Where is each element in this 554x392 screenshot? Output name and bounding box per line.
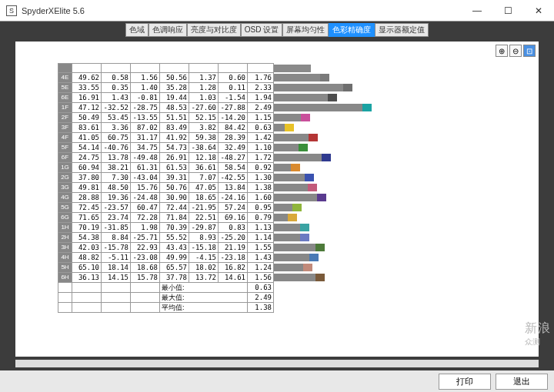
row-label: 3G <box>58 183 72 193</box>
color-swatch <box>285 124 294 131</box>
row-label: 6E <box>58 93 72 103</box>
table-row: 4H48.82-5.11-23.0849.99-4.15-23.181.43 <box>58 253 428 263</box>
summary-row: 最小值:0.63 <box>58 283 428 293</box>
data-table-wrap: 4E49.620.581.5650.561.370.601.765E33.550… <box>58 63 489 313</box>
row-label: 5G <box>58 203 72 213</box>
titlebar: S SpyderXElite 5.6 — ☐ ✕ <box>0 0 554 22</box>
bar-cell <box>274 173 428 183</box>
bar-cell <box>274 263 428 273</box>
color-swatch <box>300 234 309 241</box>
color-swatch <box>288 214 297 221</box>
tab-bar: 色域色调响应亮度与对比度OSD 设置屏幕均匀性色彩精确度显示器额定值 <box>0 22 554 38</box>
tab-色彩精确度[interactable]: 色彩精确度 <box>329 23 375 37</box>
color-swatch <box>362 104 372 111</box>
table-row: 2F50.4953.45-13.5551.5152.15-14.201.15 <box>58 113 428 123</box>
bar-cell <box>274 213 428 223</box>
table-row: 2H54.388.84-25.7155.528.93-25.201.14 <box>58 233 428 243</box>
zoom-in-icon[interactable]: ⊕ <box>496 45 508 57</box>
bar-cell <box>274 103 428 113</box>
row-label: 5E <box>58 83 72 93</box>
bar-cell <box>274 113 428 123</box>
summary-row: 平均值:1.38 <box>58 303 428 313</box>
close-button[interactable]: ✕ <box>523 0 554 22</box>
color-swatch <box>309 134 318 141</box>
exit-button[interactable]: 退出 <box>496 374 548 390</box>
table-row: 5G72.45-23.5760.4772.44-21.9557.240.95 <box>58 203 428 213</box>
row-label: 5F <box>58 143 72 153</box>
row-label: 4H <box>58 253 72 263</box>
bar-cell <box>274 273 428 283</box>
row-label: 6H <box>58 273 72 283</box>
summary-value: 0.63 <box>248 283 274 293</box>
bar-cell <box>274 223 428 233</box>
row-label: 3H <box>58 243 72 253</box>
row-label: 1F <box>58 103 72 113</box>
table-row: 1F47.12-32.52-28.7548.53-27.60-27.882.49 <box>58 103 428 113</box>
zoom-fit-icon[interactable]: ⊡ <box>523 45 536 57</box>
color-swatch <box>292 204 302 211</box>
bar-cell <box>274 243 428 253</box>
table-row: 5H65.1018.1418.6865.5718.0216.821.24 <box>58 263 428 273</box>
bar-cell <box>274 93 428 103</box>
color-swatch <box>343 84 352 91</box>
table-row: 5F54.14-40.7634.7554.73-38.6432.491.10 <box>58 143 428 153</box>
bar-cell <box>274 143 428 153</box>
table-row: 3F83.613.3687.0283.493.8284.420.63 <box>58 123 428 133</box>
maximize-button[interactable]: ☐ <box>492 0 523 22</box>
zoom-out-icon[interactable]: ⊖ <box>509 45 522 57</box>
minimize-button[interactable]: — <box>462 0 492 22</box>
table-row: 4G28.8819.36-24.4830.9018.65-24.161.60 <box>58 193 428 203</box>
tab-屏幕均匀性[interactable]: 屏幕均匀性 <box>282 23 329 37</box>
content-area: 色域色调响应亮度与对比度OSD 设置屏幕均匀性色彩精确度显示器额定值 ⊕ ⊖ ⊡… <box>0 22 554 370</box>
row-label: 4E <box>58 73 72 83</box>
color-swatch <box>300 224 309 231</box>
row-label: 4G <box>58 193 72 203</box>
app-icon: S <box>6 5 17 16</box>
bar-cell <box>274 253 428 263</box>
bar-cell <box>274 163 428 173</box>
row-label: 2H <box>58 233 72 243</box>
print-button[interactable]: 打印 <box>439 374 491 390</box>
bar-cell <box>274 183 428 193</box>
bar-cell <box>274 193 428 203</box>
bar-cell <box>274 203 428 213</box>
table-row: 6G71.6523.7472.2871.8422.5169.160.79 <box>58 213 428 223</box>
table-row: 2G37.807.30-43.0439.317.07-42.551.30 <box>58 173 428 183</box>
table-row: 3H42.03-15.7822.9343.43-15.1821.191.55 <box>58 243 428 253</box>
table-row: 5E33.550.351.4035.281.280.112.33 <box>58 83 428 93</box>
window-title: SpyderXElite 5.6 <box>22 6 85 15</box>
summary-label: 最小值: <box>160 283 248 293</box>
color-accuracy-table: 4E49.620.581.5650.561.370.601.765E33.550… <box>58 63 428 313</box>
tab-色调响应[interactable]: 色调响应 <box>149 23 187 37</box>
color-swatch <box>322 154 331 161</box>
table-row: 6F24.7513.78-49.4826.9112.18-48.271.72 <box>58 153 428 163</box>
color-swatch <box>320 74 329 81</box>
color-swatch <box>303 264 312 271</box>
tab-显示器额定值[interactable]: 显示器额定值 <box>375 23 429 37</box>
summary-label: 最大值: <box>160 293 248 303</box>
bar-cell <box>274 73 428 83</box>
color-swatch <box>315 274 325 281</box>
bar-cell <box>274 153 428 163</box>
table-row: 6E16.911.43-0.8119.441.03-1.541.94 <box>58 93 428 103</box>
row-label: 3F <box>58 123 72 133</box>
bar-cell <box>274 123 428 133</box>
row-label: 2F <box>58 113 72 123</box>
tab-色域[interactable]: 色域 <box>125 23 149 37</box>
table-row: 3G49.8148.5015.7650.7647.0513.841.38 <box>58 183 428 193</box>
table-row: 4F41.0560.7531.1741.9259.3828.391.42 <box>58 133 428 143</box>
row-label: 6F <box>58 153 72 163</box>
row-label: 5H <box>58 263 72 273</box>
color-swatch <box>309 254 319 261</box>
horizontal-scrollbar[interactable] <box>15 360 539 367</box>
bar-cell <box>274 133 428 143</box>
table-row: 4E49.620.581.5650.561.370.601.76 <box>58 73 428 83</box>
tab-OSD 设置[interactable]: OSD 设置 <box>241 23 282 37</box>
tab-亮度与对比度[interactable]: 亮度与对比度 <box>187 23 241 37</box>
report-panel: ⊕ ⊖ ⊡ 4E49.620.581.5650.561.370.601.765E… <box>15 42 539 357</box>
color-swatch <box>315 244 325 251</box>
summary-label: 平均值: <box>160 303 248 313</box>
row-label: 2G <box>58 173 72 183</box>
summary-value: 2.49 <box>248 293 274 303</box>
table-row: 6H36.1314.1515.7837.7813.7214.611.56 <box>58 273 428 283</box>
